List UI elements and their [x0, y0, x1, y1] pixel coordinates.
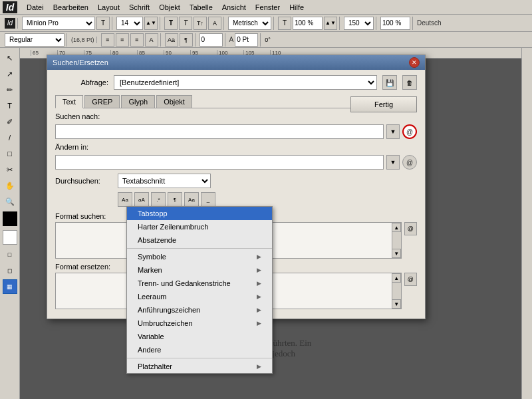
scroll-down2[interactable]: ▼ [392, 299, 401, 309]
fertig-button[interactable]: Fertig [350, 96, 417, 112]
icon-unicode[interactable]: Aa [184, 192, 199, 207]
menu-objekt[interactable]: Objekt [155, 2, 184, 13]
format-suchen-at[interactable]: @ [404, 222, 417, 235]
scroll-up2[interactable]: ▲ [392, 273, 401, 283]
dialog-close-button[interactable]: ✕ [409, 57, 420, 68]
suchen-input[interactable] [55, 124, 384, 139]
toolbar-T-icon: T [164, 17, 178, 30]
aendern-row: Ändern in: [55, 143, 417, 151]
save-query-btn[interactable]: 💾 [382, 75, 397, 90]
dropdown-anfuehr[interactable]: Anführungszeichen ▶ [127, 303, 272, 317]
tool-select[interactable]: ↖ [3, 51, 17, 65]
style-select[interactable]: Regular [5, 33, 65, 47]
menu-datei[interactable]: Datei [23, 2, 48, 13]
dropdown-platzhalter[interactable]: Platzhalter ▶ [127, 360, 272, 373]
font-size-select[interactable]: 14 Pt [116, 17, 143, 30]
abfrage-select[interactable]: [Benutzerdefiniert] [114, 75, 377, 90]
menu-hilfe[interactable]: Hilfe [285, 2, 308, 13]
tool-hand[interactable]: ✋ [3, 178, 17, 193]
dropdown-tabstopp[interactable]: Tabstopp [127, 207, 272, 220]
leading-input[interactable] [200, 33, 223, 47]
aendern-at-btn[interactable]: @ [402, 155, 417, 170]
dropdown-variable[interactable]: Variable [127, 330, 272, 343]
char-btn[interactable]: Aa [165, 33, 178, 47]
dropdown-symbole[interactable]: Symbole ▶ [127, 250, 272, 263]
tab-glyph[interactable]: Glyph [121, 95, 155, 108]
dropdown-sep2 [127, 358, 272, 358]
menu-bearbeiten[interactable]: Bearbeiten [49, 2, 92, 13]
dropdown-anfuehr-label: Anführungszeichen [138, 306, 200, 314]
metric-select[interactable]: Metrisch [228, 17, 271, 30]
tab-text[interactable]: Text [55, 95, 83, 108]
color-black[interactable] [3, 211, 17, 226]
dropdown-leeraum-label: Leeraum [138, 293, 166, 301]
color-white[interactable] [3, 230, 17, 245]
tool-gradient[interactable]: ▦ [3, 279, 17, 294]
format-ersetzen-at[interactable]: @ [404, 273, 417, 286]
percent-input[interactable] [380, 17, 410, 30]
right-panel [521, 48, 532, 399]
menu-ansicht[interactable]: Ansicht [218, 2, 250, 13]
icon-regex[interactable]: .* [151, 192, 166, 207]
zoom-arrows[interactable]: ▲▼ [324, 17, 337, 30]
durchsuchen-select[interactable]: Textabschnitt [118, 174, 211, 188]
dropdown-trenn[interactable]: Trenn- und Gedankenstriche ▶ [127, 277, 272, 290]
dropdown-trenn-label: Trenn- und Gedankenstriche [138, 279, 231, 287]
toolbar-T3-icon: T↑ [194, 17, 207, 30]
font-family-select[interactable]: Minion Pro [22, 17, 95, 30]
tool-line[interactable]: / [3, 130, 17, 145]
angle-label: 0° [265, 37, 271, 43]
scroll-up1[interactable]: ▲ [392, 223, 401, 232]
dropdown-menu: Tabstopp Harter Zeilenumbruch Absatzende… [126, 206, 273, 374]
tabs: Text GREP Glyph Objekt Fertig [55, 95, 417, 108]
dropdown-zeilenumbruch[interactable]: Harter Zeilenumbruch [127, 220, 272, 233]
icon-word[interactable]: aA [134, 192, 149, 207]
suchen-row: Suchen nach: [55, 112, 417, 120]
format-ersetzen-scrollbar[interactable]: ▲ ▼ [392, 273, 401, 309]
tool-mode2[interactable]: ◻ [3, 263, 17, 278]
scroll-down1[interactable]: ▼ [392, 249, 401, 258]
align-left[interactable]: ≡ [101, 33, 114, 47]
tool-scissors[interactable]: ✂ [3, 162, 17, 177]
tab-grep[interactable]: GREP [84, 95, 120, 108]
icon-para[interactable]: ¶ [168, 192, 182, 207]
offset-input[interactable] [235, 33, 258, 47]
menu-schrift[interactable]: Schrift [125, 2, 154, 13]
dropdown-variable-label: Variable [138, 332, 164, 340]
suchen-dropdown-btn[interactable]: ▼ [386, 124, 400, 139]
font-size-arrows[interactable]: ▲▼ [144, 17, 158, 30]
dropdown-andere[interactable]: Andere [127, 343, 272, 356]
tool-text[interactable]: T [3, 98, 17, 113]
tool-pencil[interactable]: ✐ [3, 114, 17, 129]
tool-mode1[interactable]: □ [3, 247, 17, 262]
durchsuchen-row: Durchsuchen: Textabschnitt [55, 174, 417, 188]
format-suchen-scrollbar[interactable]: ▲ ▼ [392, 223, 401, 258]
menu-tabelle[interactable]: Tabelle [186, 2, 217, 13]
indent-btn[interactable]: A [145, 33, 158, 47]
icon-case[interactable]: Aa [118, 192, 132, 207]
dropdown-marken[interactable]: Marken ▶ [127, 263, 272, 277]
dropdown-andere-label: Andere [138, 346, 161, 354]
zoom-select[interactable]: 150 % [344, 17, 374, 30]
size2-label: (16,8 Pt) [71, 37, 94, 43]
para-btn[interactable]: ¶ [180, 33, 193, 47]
zoom-input[interactable] [293, 17, 323, 30]
menu-layout[interactable]: Layout [94, 2, 124, 13]
dropdown-absatzende[interactable]: Absatzende [127, 233, 272, 247]
suchen-input-row: ▼ @ [55, 124, 417, 139]
dropdown-leeraum[interactable]: Leeraum ▶ [127, 290, 272, 303]
suchen-at-btn[interactable]: @ [402, 124, 417, 139]
dropdown-umbruch[interactable]: Umbruchzeichen ▶ [127, 317, 272, 330]
tab-objekt[interactable]: Objekt [156, 95, 192, 108]
tool-pen[interactable]: ✏ [3, 82, 17, 97]
tool-rect[interactable]: □ [3, 146, 17, 161]
tool-direct[interactable]: ↗ [3, 66, 17, 81]
align-right[interactable]: ≡ [130, 33, 144, 47]
icon-space[interactable]: _ [201, 192, 215, 207]
aendern-dropdown-btn[interactable]: ▼ [386, 155, 400, 170]
menu-fenster[interactable]: Fenster [251, 2, 284, 13]
delete-query-btn[interactable]: 🗑 [402, 75, 417, 90]
align-center[interactable]: ≡ [116, 33, 129, 47]
tool-zoom[interactable]: 🔍 [3, 194, 17, 209]
aendern-input[interactable] [55, 155, 384, 170]
